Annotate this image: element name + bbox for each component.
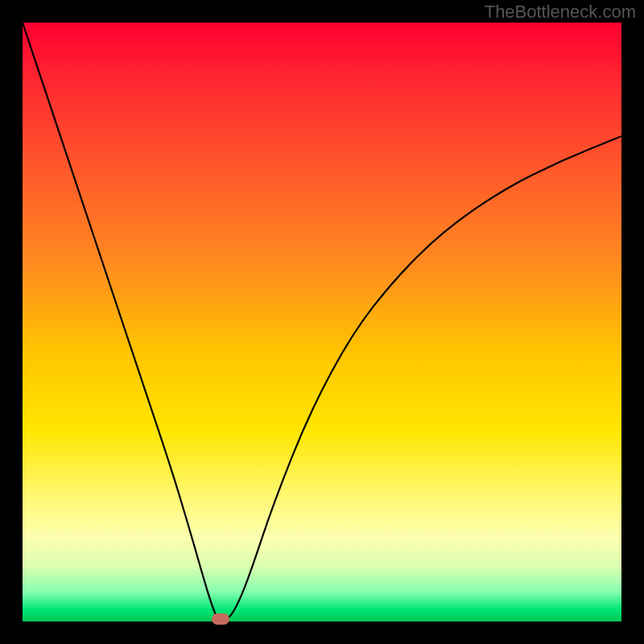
watermark-text: TheBottleneck.com xyxy=(485,2,636,23)
chart-svg xyxy=(23,23,621,621)
chart-plot-area xyxy=(23,23,621,621)
bottleneck-curve xyxy=(23,23,621,618)
optimal-marker xyxy=(212,613,229,625)
